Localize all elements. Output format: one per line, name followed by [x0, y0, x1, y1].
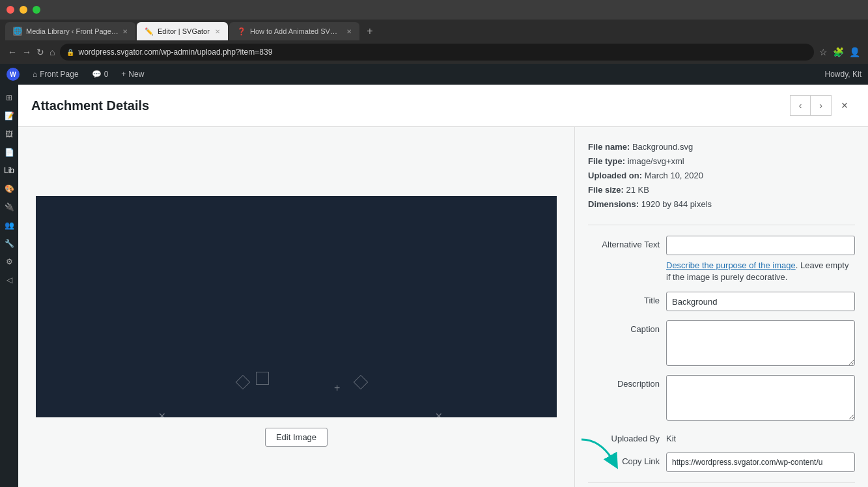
file-dimensions-label: Dimensions: [588, 199, 639, 209]
modal-header: Attachment Details ‹ › × [18, 85, 868, 127]
sidebar-icon-dashboard[interactable]: ⊞ [1, 90, 17, 105]
tab-label-2: Editor | SVGator [158, 27, 210, 35]
modal-close-button[interactable]: × [834, 95, 855, 116]
file-type-label: File type: [588, 156, 625, 166]
file-uploaded-value: March 10, 2020 [645, 171, 703, 180]
shape-plus: + [334, 382, 340, 394]
file-size-row: File size: 21 KB [588, 183, 855, 197]
admin-front-page[interactable]: ⌂ Front Page [27, 64, 84, 85]
alt-text-hint-link[interactable]: Describe the purpose of the image [666, 260, 796, 270]
file-info: File name: Background.svg File type: ima… [588, 140, 855, 212]
address-text: wordpress.svgator.com/wp-admin/upload.ph… [78, 48, 272, 57]
title-input[interactable] [666, 292, 855, 311]
extension-icon[interactable]: 🧩 [833, 47, 844, 57]
lock-icon: 🔒 [66, 49, 74, 56]
address-bar[interactable]: 🔒 wordpress.svgator.com/wp-admin/upload.… [60, 44, 814, 61]
file-uploaded-row: Uploaded on: March 10, 2020 [588, 169, 855, 183]
forward-button[interactable]: → [22, 47, 31, 57]
sidebar-icon-tools[interactable]: 🔧 [1, 236, 17, 251]
greeting-text: Howdy, Kit [825, 70, 861, 79]
file-dimensions-row: Dimensions: 1920 by 844 pixels [588, 197, 855, 212]
file-size-label: File size: [588, 185, 624, 195]
image-panel: + ✕ ✕ Edit Image [18, 127, 575, 487]
browser-tab-2[interactable]: ✏️ Editor | SVGator ✕ [137, 22, 228, 40]
comments-count: 0 [104, 70, 109, 79]
edit-image-button[interactable]: Edit Image [265, 428, 328, 447]
caption-field-group: Caption [588, 320, 855, 366]
home-button[interactable]: ⌂ [49, 47, 55, 57]
sidebar-icon-media[interactable]: 🖼 [1, 126, 17, 142]
details-panel: File name: Background.svg File type: ima… [575, 127, 868, 487]
shape-x-2: ✕ [435, 411, 443, 417]
alt-text-field-group: Alternative Text Describe the purpose of… [588, 236, 855, 283]
alt-text-container: Describe the purpose of the image. Leave… [666, 236, 855, 283]
modal-prev-button[interactable]: ‹ [790, 95, 811, 116]
admin-user-greeting: Howdy, Kit [825, 70, 861, 79]
home-icon: ⌂ [33, 70, 37, 79]
file-name-value: Background.svg [632, 142, 693, 152]
new-icon: + [121, 70, 126, 79]
description-field-group: Description [588, 375, 855, 421]
browser-tabs: 🌐 Media Library ‹ Front Page — W... ✕ ✏️… [0, 20, 868, 40]
sidebar-icon-appearance[interactable]: 🎨 [1, 181, 17, 197]
bookmark-icon[interactable]: ☆ [819, 47, 828, 57]
tab-close-1[interactable]: ✕ [122, 28, 128, 35]
browser-titlebar [0, 0, 868, 20]
tab-label-1: Media Library ‹ Front Page — W... [26, 27, 119, 35]
new-label: New [128, 70, 144, 79]
file-type-row: File type: image/svg+xml [588, 154, 855, 169]
admin-new[interactable]: + New [116, 64, 149, 85]
profile-icon[interactable]: 👤 [849, 47, 860, 57]
comments-icon: 💬 [92, 70, 102, 79]
title-label: Title [588, 292, 660, 305]
sidebar-icon-posts[interactable]: 📝 [1, 108, 17, 124]
modal-body: + ✕ ✕ Edit Image File name: Background.s… [18, 127, 868, 487]
sidebar-icon-library[interactable]: Lib [1, 163, 17, 178]
title-field-group: Title [588, 292, 855, 311]
wp-admin-bar: W ⌂ Front Page 💬 0 + New Howdy, Kit [0, 64, 868, 85]
tab-label-3: How to Add Animated SVG to W... [250, 27, 343, 35]
tab-close-3[interactable]: ✕ [346, 28, 352, 35]
sidebar-icon-settings[interactable]: ⚙ [1, 254, 17, 270]
alt-text-label: Alternative Text [588, 236, 660, 249]
file-type-value: image/svg+xml [628, 156, 684, 166]
sidebar-icon-collapse[interactable]: ◁ [1, 272, 17, 288]
caption-label: Caption [588, 320, 660, 334]
new-tab-button[interactable]: + [361, 22, 379, 40]
wp-layout: ⊞ 📝 🖼 📄 Lib 🎨 🔌 👥 🔧 ⚙ ◁ Attachment Detai… [0, 85, 868, 487]
uploaded-by-value: Kit [666, 430, 855, 443]
wp-sidebar: ⊞ 📝 🖼 📄 Lib 🎨 🔌 👥 🔧 ⚙ ◁ [0, 85, 18, 487]
reload-button[interactable]: ↻ [36, 47, 44, 57]
divider-1 [588, 225, 855, 225]
file-size-value: 21 KB [626, 185, 649, 195]
minimize-dot[interactable] [20, 6, 27, 14]
tab-favicon-3: ❓ [237, 27, 246, 36]
image-preview: + ✕ ✕ [36, 196, 557, 417]
browser-tab-1[interactable]: 🌐 Media Library ‹ Front Page — W... ✕ [5, 22, 135, 40]
back-button[interactable]: ← [8, 47, 17, 57]
sidebar-icon-pages[interactable]: 📄 [1, 145, 17, 160]
shape-diamond-2 [354, 375, 369, 390]
file-dimensions-value: 1920 by 844 pixels [641, 199, 712, 209]
front-page-label: Front Page [40, 70, 78, 79]
shape-diamond-1 [236, 375, 251, 390]
alt-text-hint: Describe the purpose of the image. Leave… [666, 259, 855, 283]
maximize-dot[interactable] [33, 6, 40, 14]
modal-title: Attachment Details [31, 98, 790, 113]
divider-2 [588, 482, 855, 483]
admin-comments[interactable]: 💬 0 [87, 64, 114, 85]
tab-close-2[interactable]: ✕ [215, 28, 220, 35]
browser-tab-3[interactable]: ❓ How to Add Animated SVG to W... ✕ [229, 22, 359, 40]
sidebar-icon-plugins[interactable]: 🔌 [1, 199, 17, 215]
wp-logo[interactable]: W [7, 68, 20, 81]
shape-x-1: ✕ [158, 411, 166, 417]
close-dot[interactable] [7, 6, 14, 14]
copy-link-input[interactable] [666, 452, 855, 472]
modal-overlay: Attachment Details ‹ › × + ✕ ✕ Edit Imag… [18, 85, 868, 487]
modal-next-button[interactable]: › [811, 95, 832, 116]
sidebar-icon-users[interactable]: 👥 [1, 217, 17, 233]
alt-text-input[interactable] [666, 236, 855, 255]
description-input[interactable] [666, 375, 855, 421]
caption-input[interactable] [666, 320, 855, 366]
shape-rectangle [256, 372, 269, 385]
